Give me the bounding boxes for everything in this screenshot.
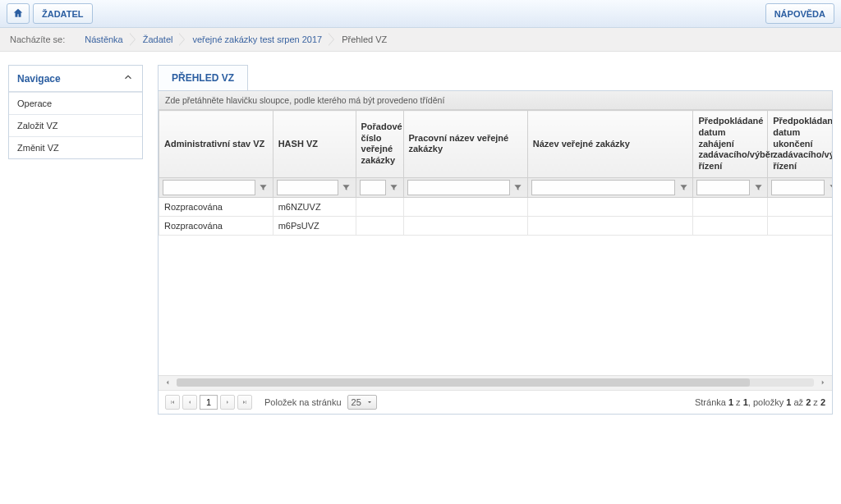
- filter-nazev[interactable]: [531, 180, 676, 195]
- chevron-up-icon: [122, 71, 134, 85]
- col-admin-stav[interactable]: Administrativní stav VZ: [159, 111, 273, 178]
- scroll-track[interactable]: [177, 378, 814, 387]
- header-row: Administrativní stav VZ HASH VZ Pořadové…: [159, 111, 833, 178]
- home-button[interactable]: [7, 3, 30, 24]
- filter-icon[interactable]: [752, 181, 764, 193]
- filter-admin-stav[interactable]: [163, 180, 255, 195]
- breadcrumb-item-applicant[interactable]: Žadatel: [135, 34, 185, 44]
- col-datum-zahajeni[interactable]: Předpokládané datum zahájení zadávacího/…: [693, 111, 768, 178]
- pager-prev-button[interactable]: [182, 395, 197, 410]
- grid-empty-space: [159, 236, 832, 375]
- tab-strip: PŘEHLED VZ: [158, 65, 833, 90]
- col-pracovni-nazev[interactable]: Pracovní název veřejné zakázky: [403, 111, 527, 178]
- sidebar: Navigace Operace Založit VZ Změnit VZ: [8, 65, 143, 498]
- chevron-down-icon: [366, 399, 373, 405]
- filter-hash[interactable]: [277, 180, 338, 195]
- applicant-button[interactable]: ŽADATEL: [33, 3, 93, 24]
- pager-next-button[interactable]: [220, 395, 235, 410]
- scroll-left-icon[interactable]: [162, 377, 173, 388]
- grid-wrap: Administrativní stav VZ HASH VZ Pořadové…: [159, 110, 832, 236]
- pager-perpage-label: Položek na stránku: [264, 397, 342, 407]
- filter-row: [159, 177, 833, 197]
- cell-hash: m6PsUVZ: [273, 216, 356, 235]
- breadcrumb-item-current: Přehled VZ: [333, 34, 398, 44]
- filter-icon[interactable]: [341, 181, 352, 193]
- filter-icon[interactable]: [827, 181, 832, 193]
- pager-status: Stránka 1 z 1, položky 1 až 2 z 2: [695, 397, 825, 407]
- filter-pracovni-nazev[interactable]: [407, 180, 510, 195]
- breadcrumb-item-dashboard[interactable]: Nástěnka: [76, 34, 134, 44]
- pager: Položek na stránku 25 Stránka 1 z 1, pol…: [159, 390, 832, 414]
- group-by-bar[interactable]: Zde přetáhněte hlavičku sloupce, podle k…: [159, 91, 832, 110]
- cell-admin-stav: Rozpracována: [159, 216, 273, 235]
- nav-title: Navigace: [17, 73, 61, 85]
- nav-card: Navigace Operace Založit VZ Změnit VZ: [8, 65, 143, 159]
- pager-page-input[interactable]: [200, 395, 218, 410]
- scroll-right-icon[interactable]: [817, 377, 829, 388]
- tab-prehled-vz[interactable]: PŘEHLED VZ: [158, 65, 248, 90]
- main-wrap: Navigace Operace Založit VZ Změnit VZ PŘ…: [0, 52, 841, 498]
- col-poradove-cislo[interactable]: Pořadové číslo veřejné zakázky: [356, 111, 403, 178]
- content: PŘEHLED VZ Zde přetáhněte hlavičku sloup…: [158, 65, 833, 498]
- table-row[interactable]: Rozpracována m6NZUVZ: [159, 197, 833, 216]
- cell-admin-stav: Rozpracována: [159, 197, 273, 216]
- cell-hash: m6NZUVZ: [273, 197, 356, 216]
- help-button[interactable]: NÁPOVĚDA: [765, 3, 834, 24]
- breadcrumb-label: Nacházíte se:: [10, 34, 65, 44]
- pager-first-button[interactable]: [165, 395, 180, 410]
- col-datum-ukonceni[interactable]: Předpokládané datum ukončení zadávacího/…: [768, 111, 832, 178]
- pager-perpage-select[interactable]: 25: [347, 395, 377, 410]
- filter-zahajeni[interactable]: [696, 180, 750, 195]
- nav-item-zmenit-vz[interactable]: Změnit VZ: [9, 136, 142, 158]
- filter-icon[interactable]: [388, 181, 400, 193]
- panel: Zde přetáhněte hlavičku sloupce, podle k…: [158, 90, 833, 415]
- filter-icon[interactable]: [512, 181, 524, 193]
- nav-item-zalozit-vz[interactable]: Založit VZ: [9, 114, 142, 136]
- pager-perpage-value: 25: [352, 397, 361, 407]
- pager-last-button[interactable]: [237, 395, 252, 410]
- horizontal-scrollbar[interactable]: [159, 375, 832, 390]
- filter-ukonceni[interactable]: [771, 180, 825, 195]
- table-row[interactable]: Rozpracována m6PsUVZ: [159, 216, 833, 235]
- col-hash[interactable]: HASH VZ: [273, 111, 356, 178]
- breadcrumb-item-project[interactable]: veřejné zakázky test srpen 2017: [184, 34, 333, 44]
- filter-icon[interactable]: [678, 181, 689, 193]
- scroll-thumb[interactable]: [177, 378, 750, 387]
- home-icon: [12, 7, 24, 21]
- filter-poradove[interactable]: [360, 180, 386, 195]
- filter-icon[interactable]: [258, 181, 269, 193]
- nav-item-operace[interactable]: Operace: [9, 92, 142, 114]
- breadcrumb: Nacházíte se: Nástěnka Žadatel veřejné z…: [0, 28, 841, 52]
- nav-header[interactable]: Navigace: [9, 66, 142, 92]
- col-nazev[interactable]: Název veřejné zakázky: [527, 111, 693, 178]
- top-toolbar: ŽADATEL NÁPOVĚDA: [0, 0, 841, 28]
- grid: Administrativní stav VZ HASH VZ Pořadové…: [159, 110, 832, 236]
